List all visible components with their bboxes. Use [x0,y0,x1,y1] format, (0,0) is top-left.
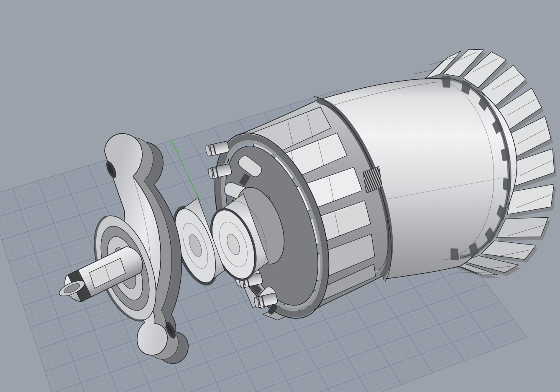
cad-viewport[interactable] [0,0,560,392]
3d-scene-canvas[interactable] [0,0,560,392]
